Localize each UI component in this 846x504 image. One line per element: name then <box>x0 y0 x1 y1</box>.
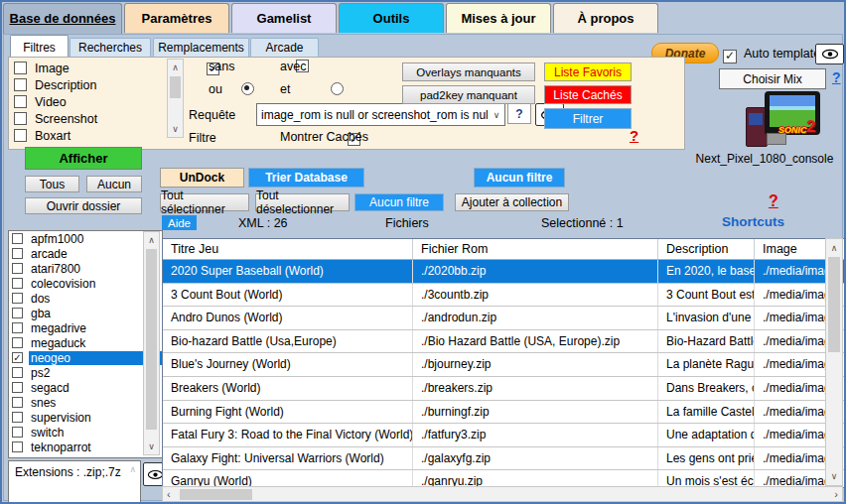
aide-badge[interactable]: Aide <box>162 215 197 230</box>
system-item-neogeo[interactable]: ✓neogeo <box>9 350 162 365</box>
choisir-mix-button[interactable]: Choisir Mix <box>719 68 826 89</box>
aucun-filtre-primary-button[interactable]: Aucun filtre <box>474 168 565 188</box>
column-header-image[interactable]: Image <box>755 239 826 259</box>
tab-mises-a-jour[interactable]: Mises à jour <box>446 3 551 33</box>
console-thumbnail[interactable]: SONIC 2 <box>743 89 824 149</box>
tout-selectionner-button[interactable]: Tout sélectionner <box>160 193 249 211</box>
tab-a-propos[interactable]: À propos <box>553 3 658 33</box>
liste-favoris-button[interactable]: Liste Favoris <box>544 63 632 81</box>
system-item-dos[interactable]: dos <box>9 291 162 306</box>
ajouter-collection-button[interactable]: Ajouter à collection <box>455 193 569 211</box>
system-item-colecovision[interactable]: colecovision <box>9 276 162 291</box>
query-help-button[interactable]: ? <box>507 103 531 124</box>
checkbox[interactable] <box>12 337 23 348</box>
scrollbar-thumb[interactable] <box>146 249 157 430</box>
subtab-recherches[interactable]: Recherches <box>70 38 151 58</box>
table-horizontal-scrollbar[interactable]: ‹ › <box>162 486 843 502</box>
system-item-segacd[interactable]: segacd <box>9 380 162 395</box>
table-row[interactable]: Andro Dunos (World)./androdun.zipL'invas… <box>163 307 844 330</box>
overlays-manquants-button[interactable]: Overlays manquants <box>402 63 535 81</box>
checkbox[interactable] <box>12 263 23 274</box>
checkbox[interactable] <box>12 367 23 378</box>
filter-help-mark[interactable]: ? <box>630 127 638 144</box>
column-header-description[interactable]: Description <box>658 239 755 259</box>
collection-help-mark[interactable]: ? <box>769 192 778 210</box>
table-row[interactable]: Burning Fight (World)./burningf.zipLa fa… <box>163 401 844 425</box>
system-item-arcade[interactable]: arcade <box>9 246 162 261</box>
checkbox[interactable] <box>14 78 27 91</box>
undock-button[interactable]: UnDock <box>160 168 244 188</box>
checkbox[interactable] <box>12 308 23 318</box>
tout-deselectionner-button[interactable]: Tout déselectionner <box>255 193 350 211</box>
tab-base-de-donnees[interactable]: Base de données <box>3 3 122 35</box>
system-item-megaduck[interactable]: megaduck <box>9 335 162 350</box>
system-item-megadrive[interactable]: megadrive <box>9 320 162 335</box>
field-list-scrollbar[interactable]: ∧ ∨ <box>167 59 184 138</box>
system-item-gba[interactable]: gba <box>9 306 162 320</box>
column-header-fichier-rom[interactable]: Fichier Rom <box>413 239 658 259</box>
table-row[interactable]: 2020 Super Baseball (World)./2020bb.zipE… <box>163 260 844 284</box>
checkbox[interactable] <box>12 412 23 423</box>
checkbox[interactable] <box>12 233 23 244</box>
checkbox[interactable] <box>12 278 23 289</box>
mix-help-mark[interactable]: ? <box>832 69 841 85</box>
table-row[interactable]: 3 Count Bout (World)./3countb.zip3 Count… <box>163 284 844 308</box>
tab-parametres[interactable]: Paramètres <box>124 3 229 33</box>
scrollbar-thumb[interactable] <box>828 257 840 352</box>
subtab-filtres[interactable]: Filtres <box>10 35 69 59</box>
checkbox[interactable] <box>12 427 23 438</box>
checkbox[interactable] <box>12 441 23 452</box>
scroll-right-icon[interactable]: › <box>834 487 838 502</box>
et-radio[interactable] <box>331 82 344 95</box>
checkbox[interactable] <box>14 129 27 142</box>
trier-database-button[interactable]: Trier Database <box>248 168 364 188</box>
table-vertical-scrollbar[interactable]: ∧ ∨ <box>825 238 843 486</box>
scroll-up-icon[interactable]: ∧ <box>144 233 159 247</box>
system-item-apfm1000[interactable]: apfm1000 <box>9 231 162 246</box>
pad2key-manquant-button[interactable]: pad2key manquant <box>402 85 535 104</box>
scrollbar-thumb[interactable] <box>170 76 181 98</box>
requete-combobox[interactable]: image_rom is null or screenshot_rom is n… <box>256 103 505 126</box>
checkbox[interactable] <box>12 322 23 333</box>
table-row[interactable]: Galaxy Fight: Universal Warriors (World)… <box>163 447 844 471</box>
chevron-down-icon[interactable]: ∨ <box>489 110 504 120</box>
tab-outils[interactable]: Outils <box>339 3 444 33</box>
preview-eye-button[interactable] <box>815 44 844 64</box>
systems-scrollbar[interactable]: ∧ ∨ <box>143 231 160 455</box>
scroll-up-icon[interactable]: ∧ <box>168 61 183 74</box>
extensions-box[interactable]: Extensions : .zip;.7z ∧ <box>8 460 141 504</box>
filtrer-button[interactable]: Filtrer <box>544 108 632 129</box>
scroll-down-icon[interactable]: ∨ <box>168 122 183 136</box>
aucun-button[interactable]: Aucun <box>86 176 142 192</box>
system-item-ps2[interactable]: ps2 <box>9 365 162 380</box>
system-item-supervision[interactable]: supervision <box>9 410 162 425</box>
ouvrir-dossier-button[interactable]: Ouvrir dossier <box>25 197 142 214</box>
table-row[interactable]: Blue's Journey (World)./bjourney.zipLa p… <box>163 353 844 377</box>
scroll-down-icon[interactable]: ∨ <box>144 440 159 453</box>
system-item-teknoparrot[interactable]: teknoparrot <box>9 440 162 454</box>
checkbox[interactable]: ✓ <box>12 352 23 363</box>
system-item-snes[interactable]: snes <box>9 395 162 410</box>
column-header-titre-jeu[interactable]: Titre Jeu <box>163 239 413 259</box>
tous-button[interactable]: Tous <box>25 176 79 192</box>
scrollbar-thumb[interactable] <box>180 489 252 500</box>
checkbox[interactable] <box>12 382 23 393</box>
checkbox[interactable] <box>12 293 23 304</box>
checkbox[interactable] <box>14 95 27 108</box>
table-row[interactable]: Breakers (World)./breakers.zipDans Break… <box>163 377 844 401</box>
checkbox[interactable] <box>14 62 27 74</box>
aucun-filtre-secondary-button[interactable]: Aucun filtre <box>354 193 444 211</box>
scroll-up-icon[interactable]: ∧ <box>826 241 842 255</box>
table-row[interactable]: Fatal Fury 3: Road to the Final Victory … <box>163 424 844 447</box>
system-item-atari7800[interactable]: atari7800 <box>9 261 162 276</box>
checkbox[interactable] <box>12 397 23 408</box>
afficher-button[interactable]: Afficher <box>25 147 142 170</box>
checkbox[interactable] <box>12 248 23 259</box>
tab-gamelist[interactable]: Gamelist <box>231 3 337 33</box>
subtab-remplacements[interactable]: Remplacements <box>153 38 249 58</box>
table-row[interactable]: Bio-hazard Battle (Usa,Europe)./Bio Haza… <box>163 330 844 354</box>
system-item-switch[interactable]: switch <box>9 425 162 440</box>
shortcuts-link[interactable]: Shortcuts <box>722 214 784 229</box>
liste-caches-button[interactable]: Liste Cachés <box>544 85 632 104</box>
subtab-arcade[interactable]: Arcade <box>250 38 319 58</box>
